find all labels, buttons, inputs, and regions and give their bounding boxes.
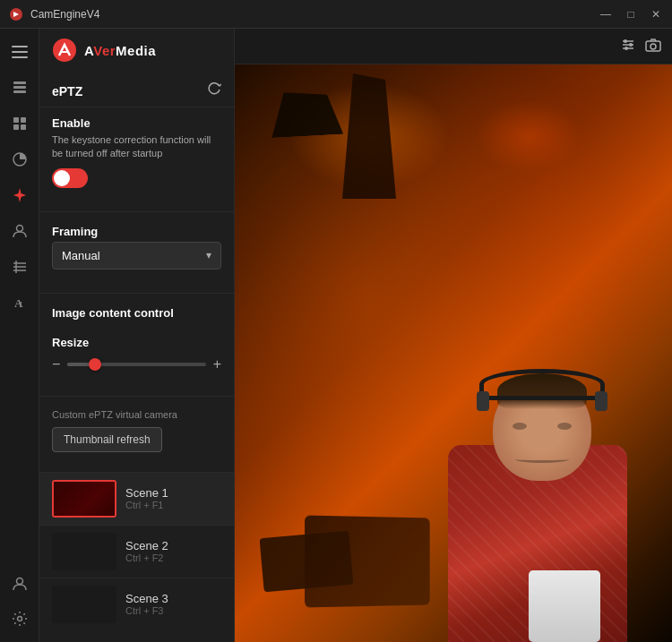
resize-slider-row: − + bbox=[52, 356, 221, 372]
scene-thumbnail-1 bbox=[52, 480, 116, 518]
svg-rect-5 bbox=[21, 117, 26, 123]
resize-slider-track[interactable] bbox=[67, 363, 205, 366]
divider-2 bbox=[39, 293, 234, 294]
framing-dropdown[interactable]: Manual ▾ bbox=[52, 242, 221, 270]
sidebar-title: ePTZ bbox=[52, 84, 82, 98]
eye-right bbox=[557, 423, 572, 430]
sidebar: AVerMedia ePTZ Enable The keystone corre… bbox=[39, 29, 235, 642]
nav-item-ai[interactable] bbox=[4, 179, 36, 211]
nav-item-settings[interactable] bbox=[4, 603, 36, 635]
camera-icon bbox=[645, 37, 661, 53]
svg-point-17 bbox=[17, 617, 22, 621]
svg-rect-7 bbox=[21, 124, 26, 130]
divider-3 bbox=[39, 396, 234, 397]
person-icon bbox=[12, 223, 28, 239]
nav-item-widgets[interactable] bbox=[4, 107, 36, 140]
main-toolbar bbox=[235, 29, 672, 64]
headphone-left bbox=[477, 391, 489, 411]
account-icon bbox=[12, 575, 28, 591]
svg-point-25 bbox=[625, 47, 628, 50]
chevron-down-icon: ▾ bbox=[206, 249, 211, 261]
main-content bbox=[235, 29, 672, 642]
image-content-section: Image content control bbox=[39, 297, 234, 332]
resize-section: Resize − + bbox=[39, 332, 234, 392]
scene-info-3: Scene 3 Ctrl + F3 bbox=[125, 592, 168, 616]
framing-label: Framing bbox=[52, 225, 221, 238]
thumbnail-refresh-button[interactable]: Thumbnail refresh bbox=[52, 427, 162, 452]
enable-description: The keystone correction function will be… bbox=[52, 133, 221, 161]
resize-label: Resize bbox=[52, 336, 221, 349]
gear-icon bbox=[12, 611, 28, 627]
svg-point-27 bbox=[650, 44, 656, 49]
close-button[interactable]: ✕ bbox=[649, 8, 663, 21]
svg-point-23 bbox=[624, 39, 627, 43]
scene-item-3[interactable]: Scene 3 Ctrl + F3 bbox=[39, 578, 234, 630]
scene-info-1: Scene 1 Ctrl + F1 bbox=[125, 486, 168, 510]
nav-item-account[interactable] bbox=[4, 567, 36, 599]
app-icon bbox=[9, 7, 23, 21]
refresh-button[interactable] bbox=[207, 82, 221, 99]
toolbar-camera-button[interactable] bbox=[645, 37, 661, 56]
svg-rect-4 bbox=[13, 117, 19, 123]
toolbar-settings-button[interactable] bbox=[620, 37, 636, 56]
sidebar-header: ePTZ bbox=[39, 72, 234, 107]
framing-section: Framing Manual ▾ bbox=[39, 216, 234, 289]
enable-toggle-container bbox=[52, 168, 221, 188]
headphone-right bbox=[595, 391, 607, 411]
svg-text:I: I bbox=[20, 300, 22, 309]
scene-item-1[interactable]: Scene 1 Ctrl + F1 bbox=[39, 472, 234, 525]
svg-point-9 bbox=[16, 226, 22, 232]
avermedia-logo-icon bbox=[52, 38, 77, 63]
svg-rect-1 bbox=[13, 90, 26, 93]
slider-thumb bbox=[89, 358, 101, 371]
scene-thumbnail-3 bbox=[52, 586, 116, 623]
nav-item-effects[interactable] bbox=[4, 143, 36, 175]
window-controls: — □ ✕ bbox=[599, 8, 663, 21]
svg-rect-2 bbox=[13, 86, 26, 89]
sliders-icon bbox=[620, 37, 636, 53]
scene-shortcut-2: Ctrl + F2 bbox=[125, 552, 168, 563]
svg-rect-3 bbox=[13, 81, 26, 84]
enable-toggle[interactable] bbox=[52, 168, 88, 188]
scene-name-3: Scene 3 bbox=[125, 592, 168, 605]
scene-item-2[interactable]: Scene 2 Ctrl + F2 bbox=[39, 525, 234, 578]
scene-name-2: Scene 2 bbox=[125, 539, 168, 552]
minimize-button[interactable]: — bbox=[599, 8, 613, 21]
custom-eptz-section: Custom ePTZ virtual camera Thumbnail ref… bbox=[39, 400, 234, 472]
widgets-icon bbox=[12, 116, 28, 132]
slider-minus-icon[interactable]: − bbox=[52, 356, 60, 372]
framing-dropdown-container: Manual ▾ bbox=[52, 242, 221, 270]
nav-rail: A I bbox=[0, 29, 39, 642]
video-preview bbox=[235, 64, 672, 642]
eye-left bbox=[513, 423, 527, 430]
nav-item-menu[interactable] bbox=[4, 36, 36, 68]
svg-point-18 bbox=[53, 39, 76, 62]
window-title: CamEngineV4 bbox=[30, 8, 599, 21]
svg-rect-6 bbox=[13, 124, 19, 130]
scene-shortcut-3: Ctrl + F3 bbox=[125, 605, 168, 616]
person-head bbox=[493, 378, 591, 481]
game-light-2 bbox=[475, 100, 582, 172]
hamburger-icon bbox=[12, 46, 28, 58]
title-bar: CamEngineV4 — □ ✕ bbox=[0, 0, 672, 29]
layers-icon bbox=[12, 80, 28, 96]
slider-plus-icon[interactable]: + bbox=[213, 356, 221, 372]
scene-thumbnail-2 bbox=[52, 533, 116, 570]
nav-item-person[interactable] bbox=[4, 215, 36, 247]
nav-item-texture[interactable] bbox=[4, 251, 36, 283]
nav-bottom bbox=[4, 567, 36, 642]
refresh-icon bbox=[207, 82, 221, 97]
nav-item-layers[interactable] bbox=[4, 72, 36, 104]
image-content-label: Image content control bbox=[52, 306, 221, 320]
divider-1 bbox=[39, 211, 234, 212]
toggle-slider bbox=[52, 168, 88, 188]
maximize-button[interactable]: □ bbox=[624, 8, 638, 21]
scene-object-2 bbox=[305, 515, 430, 607]
scene-shortcut-1: Ctrl + F1 bbox=[125, 500, 168, 510]
nav-item-font[interactable]: A I bbox=[4, 287, 36, 319]
headphones bbox=[479, 369, 605, 400]
logo-area: AVerMedia bbox=[39, 29, 234, 72]
svg-point-24 bbox=[629, 43, 633, 47]
effects-icon bbox=[12, 151, 28, 167]
scene-info-2: Scene 2 Ctrl + F2 bbox=[125, 539, 168, 563]
